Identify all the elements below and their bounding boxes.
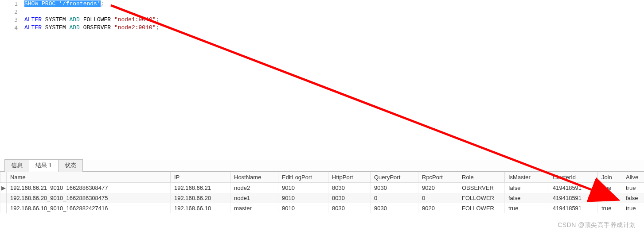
cell[interactable]: false (622, 193, 644, 203)
row-marker-header (0, 172, 7, 183)
cell[interactable]: 9010 (278, 203, 328, 213)
cell[interactable]: true (622, 183, 644, 193)
col-header[interactable]: RpcPort (418, 172, 458, 183)
code-content[interactable]: SHOW PROC '/frontends'; (24, 0, 104, 8)
table-row[interactable]: ▶192.168.66.21_9010_1662886308477192.168… (0, 183, 644, 193)
col-header[interactable]: ClusterId (549, 172, 598, 183)
code-token: '/frontends' (59, 0, 101, 7)
code-token (42, 16, 45, 23)
col-header[interactable]: HostName (230, 172, 278, 183)
cell[interactable]: 419418591 (549, 183, 598, 193)
cell[interactable]: 9020 (418, 203, 458, 213)
cell[interactable]: 9010 (278, 193, 328, 203)
code-token: ; (156, 24, 160, 31)
code-token (42, 24, 45, 31)
code-line[interactable]: 1SHOW PROC '/frontends'; (0, 0, 644, 8)
row-marker: ▶ (0, 183, 7, 193)
tab-信息[interactable]: 信息 (4, 159, 29, 172)
cell[interactable]: false (505, 183, 549, 193)
grid-header-row: NameIPHostNameEditLogPortHttpPortQueryPo… (0, 172, 644, 183)
col-header[interactable]: IsMaster (505, 172, 549, 183)
cell[interactable]: 8030 (328, 193, 371, 203)
cell[interactable]: true (622, 203, 644, 213)
code-token (80, 16, 83, 23)
cell[interactable]: master (230, 203, 278, 213)
table-row[interactable]: 192.168.66.20_9010_1662886308475192.168.… (0, 193, 644, 203)
col-header[interactable]: Role (458, 172, 505, 183)
col-header[interactable]: Alive (622, 172, 644, 183)
results-grid[interactable]: NameIPHostNameEditLogPortHttpPortQueryPo… (0, 172, 644, 213)
cell[interactable]: 192.168.66.21_9010_1662886308477 (7, 183, 171, 193)
cell[interactable]: FOLLOWER (458, 193, 505, 203)
cell[interactable]: 8030 (328, 203, 371, 213)
cell[interactable]: 9020 (418, 183, 458, 193)
table-row[interactable]: 192.168.66.10_9010_1662882427416192.168.… (0, 203, 644, 213)
col-header[interactable]: Join (598, 172, 622, 183)
cell[interactable]: OBSERVER (458, 183, 505, 193)
line-number: 2 (0, 8, 24, 16)
cell[interactable]: 192.168.66.10_9010_1662882427416 (7, 203, 171, 213)
cell[interactable]: node1 (230, 193, 278, 203)
cell[interactable]: 9030 (371, 203, 418, 213)
results-tabs-bar: 信息结果 1状态 (0, 160, 644, 172)
code-content[interactable]: ALTER SYSTEM ADD FOLLOWER "node1:9010"; (24, 16, 159, 24)
line-number: 4 (0, 24, 24, 32)
col-header[interactable]: HttpPort (328, 172, 371, 183)
tab-结果 1[interactable]: 结果 1 (29, 159, 59, 172)
tab-状态[interactable]: 状态 (58, 159, 83, 172)
code-content[interactable]: ALTER SYSTEM ADD OBSERVER "node2:9010"; (24, 24, 159, 32)
code-token: PROC (42, 0, 55, 7)
results-grid-wrap[interactable]: NameIPHostNameEditLogPortHttpPortQueryPo… (0, 172, 644, 213)
code-token: OBSERVER (83, 24, 111, 31)
code-token: FOLLOWER (83, 16, 111, 23)
cell[interactable]: node2 (230, 183, 278, 193)
line-number: 1 (0, 0, 24, 8)
cell[interactable]: FOLLOWER (458, 203, 505, 213)
cell[interactable]: 8030 (328, 183, 371, 193)
col-header[interactable]: EditLogPort (278, 172, 328, 183)
code-line[interactable]: 2 (0, 8, 644, 16)
cell[interactable]: 192.168.66.21 (171, 183, 230, 193)
code-token: ADD (69, 24, 79, 31)
cell[interactable]: 192.168.66.20_9010_1662886308475 (7, 193, 171, 203)
code-line[interactable]: 3ALTER SYSTEM ADD FOLLOWER "node1:9010"; (0, 16, 644, 24)
code-token (55, 0, 59, 7)
cell[interactable]: true (598, 183, 622, 193)
row-marker (0, 193, 7, 203)
cell[interactable]: 192.168.66.10 (171, 203, 230, 213)
cell[interactable]: 192.168.66.20 (171, 193, 230, 203)
col-header[interactable]: IP (171, 172, 230, 183)
code-token (38, 0, 42, 7)
cell[interactable]: true (598, 193, 622, 203)
code-token (80, 24, 83, 31)
code-token: ALTER (24, 24, 42, 31)
code-token: "node1:9010" (114, 16, 156, 23)
cell[interactable]: true (505, 203, 549, 213)
code-token: "node2:9010" (114, 24, 156, 31)
sql-editor[interactable]: 1SHOW PROC '/frontends';23ALTER SYSTEM A… (0, 0, 644, 160)
code-line[interactable]: 4ALTER SYSTEM ADD OBSERVER "node2:9010"; (0, 24, 644, 32)
watermark: CSDN @顶尖高手养成计划 (558, 221, 636, 229)
row-marker (0, 203, 7, 213)
cell[interactable]: true (598, 203, 622, 213)
code-token: SHOW (24, 0, 38, 7)
line-number: 3 (0, 16, 24, 24)
cell[interactable]: 419418591 (549, 203, 598, 213)
cell[interactable]: 419418591 (549, 193, 598, 203)
code-token: ALTER (24, 16, 42, 23)
cell[interactable]: 9030 (371, 183, 418, 193)
col-header[interactable]: QueryPort (371, 172, 418, 183)
cell[interactable]: 0 (371, 193, 418, 203)
cell[interactable]: 0 (418, 193, 458, 203)
code-token (111, 16, 114, 23)
code-token: ADD (69, 16, 79, 23)
cell[interactable]: 9010 (278, 183, 328, 193)
code-token: SYSTEM (45, 16, 66, 23)
cell[interactable]: false (505, 193, 549, 203)
code-token: SYSTEM (45, 24, 66, 31)
code-token (111, 24, 114, 31)
col-header[interactable]: Name (7, 172, 171, 183)
code-token: ; (101, 0, 104, 7)
code-token: ; (156, 16, 160, 23)
